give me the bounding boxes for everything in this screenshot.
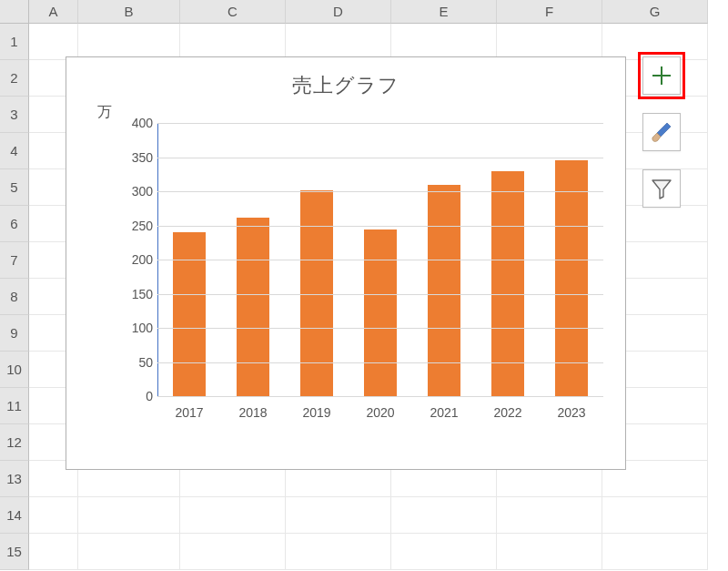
column-header[interactable]: D xyxy=(286,0,391,24)
column-header[interactable]: A xyxy=(29,0,78,24)
y-tick-label: 400 xyxy=(98,116,153,130)
y-tick-label: 250 xyxy=(98,219,153,233)
row-header[interactable]: 5 xyxy=(0,169,29,206)
row-header[interactable]: 7 xyxy=(0,242,29,279)
plus-icon xyxy=(651,65,672,87)
column-header[interactable]: F xyxy=(497,0,602,24)
cell[interactable] xyxy=(180,497,286,534)
x-tick-label: 2023 xyxy=(544,405,599,420)
chart-filters-button[interactable] xyxy=(642,169,681,208)
cell[interactable] xyxy=(286,24,391,60)
chart-bar[interactable] xyxy=(237,218,269,397)
paintbrush-icon xyxy=(650,120,673,144)
cell[interactable] xyxy=(391,24,497,60)
row-header[interactable]: 11 xyxy=(0,388,29,424)
chart-plot-area[interactable] xyxy=(157,123,603,396)
spreadsheet: ABCDEFG 123456789101112131415 売上グラフ 万 05… xyxy=(0,0,728,571)
cell[interactable] xyxy=(602,497,708,534)
row-header[interactable]: 1 xyxy=(0,24,29,60)
chart-bar[interactable] xyxy=(364,229,397,396)
gridline xyxy=(157,191,603,192)
chart-bar[interactable] xyxy=(428,185,460,397)
column-header[interactable]: E xyxy=(391,0,497,24)
cell[interactable] xyxy=(29,534,78,570)
row-header[interactable]: 12 xyxy=(0,424,29,461)
column-header[interactable]: G xyxy=(602,0,708,24)
cell[interactable] xyxy=(497,497,602,534)
cell[interactable] xyxy=(391,534,497,570)
cell[interactable] xyxy=(180,534,286,570)
cell[interactable] xyxy=(78,24,180,60)
column-header-row: ABCDEFG xyxy=(29,0,728,24)
select-all-corner[interactable] xyxy=(0,0,29,24)
y-tick-label: 350 xyxy=(98,150,153,165)
row-header-col: 123456789101112131415 xyxy=(0,24,29,571)
y-tick-label: 50 xyxy=(98,355,153,370)
y-tick-label: 0 xyxy=(98,389,153,403)
funnel-icon xyxy=(650,177,673,200)
row-header[interactable]: 6 xyxy=(0,206,29,242)
x-tick-label: 2020 xyxy=(353,405,408,420)
row-header[interactable]: 8 xyxy=(0,279,29,315)
row-header[interactable]: 10 xyxy=(0,352,29,388)
row-header[interactable]: 13 xyxy=(0,461,29,497)
cell[interactable] xyxy=(29,24,78,60)
chart-styles-button[interactable] xyxy=(642,113,681,151)
column-header[interactable]: B xyxy=(78,0,180,24)
chart-title[interactable]: 売上グラフ xyxy=(66,72,625,99)
cell[interactable] xyxy=(286,534,391,570)
gridline xyxy=(157,362,603,363)
x-tick-label: 2017 xyxy=(162,405,217,420)
row-header[interactable]: 15 xyxy=(0,534,29,570)
y-tick-label: 150 xyxy=(98,287,153,301)
cell[interactable] xyxy=(497,534,602,570)
y-tick-label: 200 xyxy=(98,252,153,267)
gridline xyxy=(157,396,603,397)
gridline xyxy=(157,123,603,124)
y-tick-label: 300 xyxy=(98,184,153,199)
x-tick-label: 2021 xyxy=(417,405,471,420)
chart-bar[interactable] xyxy=(173,232,206,396)
gridline xyxy=(157,226,603,227)
gridline xyxy=(157,158,603,158)
gridline xyxy=(157,328,603,329)
chart-elements-button[interactable] xyxy=(642,56,681,95)
cell[interactable] xyxy=(602,24,708,60)
row-header[interactable]: 4 xyxy=(0,133,29,169)
row-header[interactable]: 14 xyxy=(0,497,29,534)
chart-object[interactable]: 売上グラフ 万 05010015020025030035040020172018… xyxy=(66,56,626,470)
cell[interactable] xyxy=(180,24,286,60)
cell[interactable] xyxy=(78,534,180,570)
chart-bar[interactable] xyxy=(555,160,588,396)
cell[interactable] xyxy=(391,497,497,534)
gridline xyxy=(157,294,603,295)
x-tick-label: 2018 xyxy=(226,405,280,420)
x-tick-label: 2019 xyxy=(289,405,344,420)
cell[interactable] xyxy=(497,24,602,60)
row-header[interactable]: 9 xyxy=(0,315,29,352)
cell[interactable] xyxy=(602,534,708,570)
column-header[interactable]: C xyxy=(180,0,286,24)
y-tick-label: 100 xyxy=(98,321,153,335)
cell[interactable] xyxy=(286,497,391,534)
x-tick-label: 2022 xyxy=(480,405,535,420)
gridline xyxy=(157,260,603,260)
row-header[interactable]: 3 xyxy=(0,97,29,133)
cell[interactable] xyxy=(78,497,180,534)
row-header[interactable]: 2 xyxy=(0,60,29,97)
cell[interactable] xyxy=(29,497,78,534)
